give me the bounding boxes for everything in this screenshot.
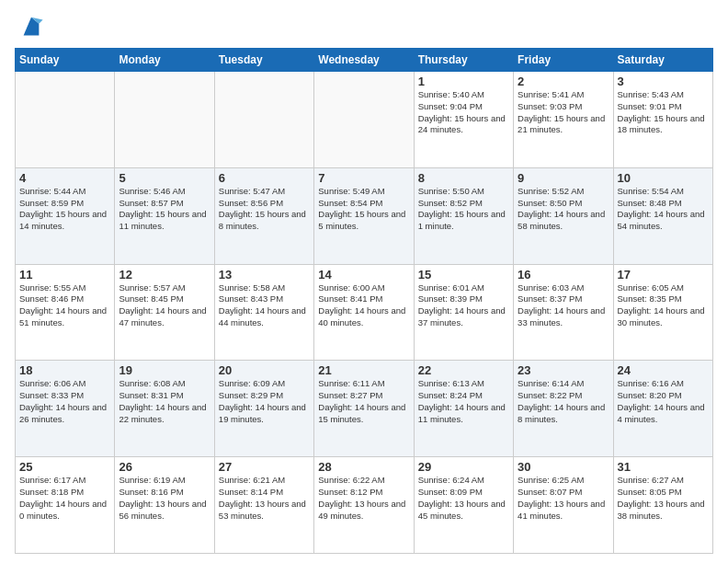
day-number: 16 (518, 268, 609, 282)
day-info: Sunrise: 5:55 AM Sunset: 8:46 PM Dayligh… (19, 282, 110, 329)
day-info: Sunrise: 6:01 AM Sunset: 8:39 PM Dayligh… (418, 282, 509, 329)
day-number: 28 (318, 460, 409, 474)
day-info: Sunrise: 5:57 AM Sunset: 8:45 PM Dayligh… (119, 282, 210, 329)
day-number: 17 (618, 268, 709, 282)
day-number: 23 (518, 363, 609, 377)
day-cell-30: 30Sunrise: 6:25 AM Sunset: 8:07 PM Dayli… (514, 457, 613, 554)
empty-cell (16, 72, 115, 168)
day-number: 5 (119, 171, 210, 185)
day-info: Sunrise: 6:17 AM Sunset: 8:18 PM Dayligh… (19, 475, 110, 522)
day-cell-5: 5Sunrise: 5:46 AM Sunset: 8:57 PM Daylig… (115, 167, 214, 264)
day-info: Sunrise: 5:46 AM Sunset: 8:57 PM Dayligh… (119, 186, 210, 233)
day-info: Sunrise: 6:24 AM Sunset: 8:09 PM Dayligh… (418, 475, 509, 522)
day-cell-10: 10Sunrise: 5:54 AM Sunset: 8:48 PM Dayli… (613, 167, 712, 264)
day-number: 10 (618, 171, 709, 185)
day-info: Sunrise: 6:13 AM Sunset: 8:24 PM Dayligh… (418, 378, 509, 425)
day-cell-11: 11Sunrise: 5:55 AM Sunset: 8:46 PM Dayli… (16, 264, 115, 361)
day-number: 31 (618, 460, 709, 474)
day-cell-28: 28Sunrise: 6:22 AM Sunset: 8:12 PM Dayli… (314, 457, 414, 554)
day-info: Sunrise: 6:25 AM Sunset: 8:07 PM Dayligh… (518, 475, 609, 522)
col-header-wednesday: Wednesday (314, 49, 414, 72)
day-number: 27 (219, 460, 310, 474)
week-row-3: 11Sunrise: 5:55 AM Sunset: 8:46 PM Dayli… (16, 264, 713, 361)
day-info: Sunrise: 5:47 AM Sunset: 8:56 PM Dayligh… (219, 186, 310, 233)
day-number: 12 (119, 268, 210, 282)
day-cell-14: 14Sunrise: 6:00 AM Sunset: 8:41 PM Dayli… (314, 264, 414, 361)
day-cell-25: 25Sunrise: 6:17 AM Sunset: 8:18 PM Dayli… (16, 457, 115, 554)
day-info: Sunrise: 6:19 AM Sunset: 8:16 PM Dayligh… (119, 475, 210, 522)
week-row-4: 18Sunrise: 6:06 AM Sunset: 8:33 PM Dayli… (16, 361, 713, 457)
day-number: 13 (219, 268, 310, 282)
day-info: Sunrise: 5:58 AM Sunset: 8:43 PM Dayligh… (219, 282, 310, 329)
week-row-2: 4Sunrise: 5:44 AM Sunset: 8:59 PM Daylig… (16, 167, 713, 264)
week-row-1: 1Sunrise: 5:40 AM Sunset: 9:04 PM Daylig… (16, 72, 713, 168)
day-number: 30 (518, 460, 609, 474)
day-cell-22: 22Sunrise: 6:13 AM Sunset: 8:24 PM Dayli… (414, 361, 513, 457)
day-number: 7 (318, 171, 409, 185)
empty-cell (314, 72, 414, 168)
day-cell-24: 24Sunrise: 6:16 AM Sunset: 8:20 PM Dayli… (613, 361, 712, 457)
day-info: Sunrise: 6:22 AM Sunset: 8:12 PM Dayligh… (318, 475, 409, 522)
day-cell-21: 21Sunrise: 6:11 AM Sunset: 8:27 PM Dayli… (314, 361, 414, 457)
day-number: 3 (618, 75, 709, 88)
day-number: 11 (19, 268, 110, 282)
day-number: 24 (618, 363, 709, 377)
day-info: Sunrise: 5:50 AM Sunset: 8:52 PM Dayligh… (418, 186, 509, 233)
day-info: Sunrise: 6:16 AM Sunset: 8:20 PM Dayligh… (618, 378, 709, 425)
day-info: Sunrise: 5:44 AM Sunset: 8:59 PM Dayligh… (19, 186, 110, 233)
day-cell-3: 3Sunrise: 5:43 AM Sunset: 9:01 PM Daylig… (613, 72, 712, 168)
day-cell-18: 18Sunrise: 6:06 AM Sunset: 8:33 PM Dayli… (16, 361, 115, 457)
day-cell-27: 27Sunrise: 6:21 AM Sunset: 8:14 PM Dayli… (214, 457, 313, 554)
day-number: 8 (418, 171, 509, 185)
day-cell-31: 31Sunrise: 6:27 AM Sunset: 8:05 PM Dayli… (613, 457, 712, 554)
day-number: 25 (19, 460, 110, 474)
calendar-header-row: SundayMondayTuesdayWednesdayThursdayFrid… (16, 49, 713, 72)
logo (15, 15, 44, 40)
day-number: 29 (418, 460, 509, 474)
week-row-5: 25Sunrise: 6:17 AM Sunset: 8:18 PM Dayli… (16, 457, 713, 554)
calendar-table: SundayMondayTuesdayWednesdayThursdayFrid… (15, 48, 713, 554)
day-info: Sunrise: 6:05 AM Sunset: 8:35 PM Dayligh… (618, 282, 709, 329)
day-number: 1 (418, 75, 509, 88)
day-info: Sunrise: 6:11 AM Sunset: 8:27 PM Dayligh… (318, 378, 409, 425)
day-number: 22 (418, 363, 509, 377)
day-cell-2: 2Sunrise: 5:41 AM Sunset: 9:03 PM Daylig… (514, 72, 613, 168)
day-cell-1: 1Sunrise: 5:40 AM Sunset: 9:04 PM Daylig… (414, 72, 513, 168)
day-cell-8: 8Sunrise: 5:50 AM Sunset: 8:52 PM Daylig… (414, 167, 513, 264)
day-cell-4: 4Sunrise: 5:44 AM Sunset: 8:59 PM Daylig… (16, 167, 115, 264)
day-cell-26: 26Sunrise: 6:19 AM Sunset: 8:16 PM Dayli… (115, 457, 214, 554)
day-info: Sunrise: 5:52 AM Sunset: 8:50 PM Dayligh… (518, 186, 609, 233)
col-header-monday: Monday (115, 49, 214, 72)
page: SundayMondayTuesdayWednesdayThursdayFrid… (0, 0, 728, 563)
day-cell-17: 17Sunrise: 6:05 AM Sunset: 8:35 PM Dayli… (613, 264, 712, 361)
day-info: Sunrise: 6:03 AM Sunset: 8:37 PM Dayligh… (518, 282, 609, 329)
day-info: Sunrise: 5:41 AM Sunset: 9:03 PM Dayligh… (518, 89, 609, 136)
day-number: 4 (19, 171, 110, 185)
day-number: 19 (119, 363, 210, 377)
empty-cell (115, 72, 214, 168)
day-cell-7: 7Sunrise: 5:49 AM Sunset: 8:54 PM Daylig… (314, 167, 414, 264)
day-info: Sunrise: 5:54 AM Sunset: 8:48 PM Dayligh… (618, 186, 709, 233)
day-info: Sunrise: 6:08 AM Sunset: 8:31 PM Dayligh… (119, 378, 210, 425)
day-cell-29: 29Sunrise: 6:24 AM Sunset: 8:09 PM Dayli… (414, 457, 513, 554)
day-number: 21 (318, 363, 409, 377)
day-info: Sunrise: 5:43 AM Sunset: 9:01 PM Dayligh… (618, 89, 709, 136)
col-header-friday: Friday (514, 49, 613, 72)
day-info: Sunrise: 6:21 AM Sunset: 8:14 PM Dayligh… (219, 475, 310, 522)
col-header-thursday: Thursday (414, 49, 513, 72)
logo-icon (18, 15, 44, 40)
day-info: Sunrise: 6:27 AM Sunset: 8:05 PM Dayligh… (618, 475, 709, 522)
day-number: 20 (219, 363, 310, 377)
header (15, 15, 713, 40)
day-number: 6 (219, 171, 310, 185)
day-cell-19: 19Sunrise: 6:08 AM Sunset: 8:31 PM Dayli… (115, 361, 214, 457)
day-number: 15 (418, 268, 509, 282)
col-header-sunday: Sunday (16, 49, 115, 72)
day-number: 26 (119, 460, 210, 474)
day-cell-16: 16Sunrise: 6:03 AM Sunset: 8:37 PM Dayli… (514, 264, 613, 361)
day-cell-15: 15Sunrise: 6:01 AM Sunset: 8:39 PM Dayli… (414, 264, 513, 361)
col-header-saturday: Saturday (613, 49, 712, 72)
day-number: 14 (318, 268, 409, 282)
day-info: Sunrise: 6:06 AM Sunset: 8:33 PM Dayligh… (19, 378, 110, 425)
col-header-tuesday: Tuesday (214, 49, 313, 72)
